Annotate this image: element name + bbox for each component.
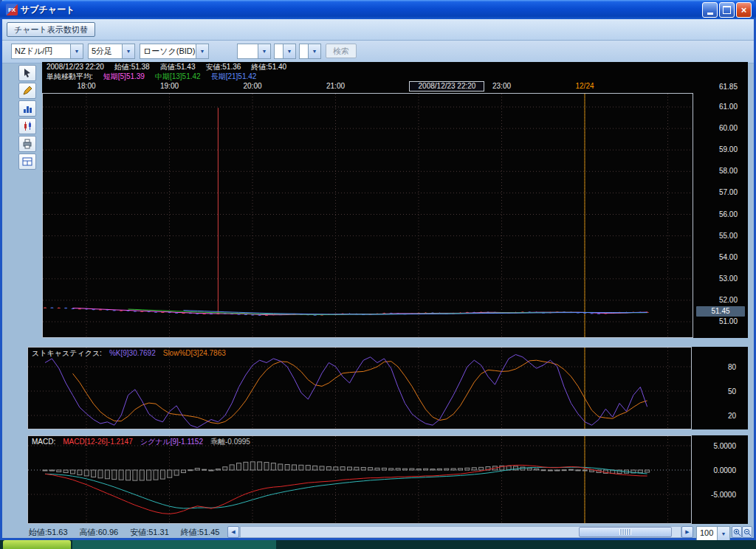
taskbar-tab[interactable] [3, 540, 71, 549]
stoch-d-value: Slow%D[3]24.7863 [163, 348, 226, 358]
layout-tool-button[interactable] [18, 153, 36, 170]
chevron-down-icon[interactable]: ▼ [258, 44, 270, 58]
macd-axis: 5.00000.0000-5.0000 [693, 435, 746, 524]
maximize-icon [723, 6, 731, 14]
main-chart-plot[interactable] [42, 93, 693, 338]
stoch-k-value: %K[9]30.7692 [109, 348, 156, 358]
printer-icon [21, 138, 33, 150]
chevron-down-icon[interactable]: ▼ [196, 44, 208, 58]
pencil-icon [21, 85, 33, 97]
candles-layer [44, 108, 649, 316]
bar-chart-icon [21, 103, 33, 114]
current-time-box: 2008/12/23 22:20 [409, 81, 484, 92]
price-tick-label: 51.00 [695, 317, 738, 326]
stochastics-plot[interactable]: ストキャスティクス: %K[9]30.7692 Slow%D[3]24.7863 [27, 347, 692, 429]
extra-select-2[interactable]: ▼ [274, 44, 296, 59]
minimize-icon [707, 13, 713, 15]
price-tick-label: 54.00 [695, 252, 738, 262]
chevron-down-icon[interactable]: ▼ [283, 44, 295, 58]
timeframe-select[interactable]: 5分足 ▼ [88, 44, 135, 59]
pair-select[interactable]: NZドル/円 ▼ [11, 44, 83, 59]
maximize-button[interactable] [719, 2, 735, 18]
stoch-tick-label: 50 [693, 387, 736, 396]
price-tick-label: 60.00 [695, 123, 738, 133]
extra-select-3[interactable]: ▼ [299, 44, 321, 59]
window-title: サブチャート [21, 4, 75, 16]
candle-high: 高値:51.43 [160, 62, 196, 72]
chevron-down-icon[interactable]: ▼ [122, 44, 134, 58]
background-window-strip [0, 540, 756, 549]
ma-info-row: 単純移動平均: 短期[5]51.39 中期[13]51.42 長期[21]51.… [42, 72, 748, 81]
charttype-select[interactable]: ローソク(BID) ▼ [140, 44, 209, 59]
time-label: 19:00 [151, 81, 188, 91]
macd-plot[interactable]: MACD: MACD[12-26]-1.2147 シグナル[9]-1.1152 … [27, 435, 692, 524]
print-tool-button[interactable] [18, 136, 36, 152]
zoom-in-button[interactable] [732, 526, 742, 538]
screen: FX サブチャート × チャート表示数切替 NZドル/円 ▼ 5分足 ▼ ローソ… [0, 0, 756, 549]
select-tool-button[interactable] [18, 65, 36, 81]
macd-tick-label: 5.0000 [693, 441, 736, 451]
chart-count-toggle-button[interactable]: チャート表示数切替 [7, 22, 95, 37]
chevron-down-icon[interactable]: ▼ [717, 527, 729, 541]
stochastics-panel: ストキャスティクス: %K[9]30.7692 Slow%D[3]24.7863… [27, 347, 748, 429]
macd-signal-value: シグナル[9]-1.1152 [140, 437, 203, 446]
session-info-row: 始値:51.63 高値:60.96 安値:51.31 終値:51.45 [29, 527, 219, 538]
price-tick-label: 59.00 [695, 145, 738, 154]
price-tick-label: 53.00 [695, 274, 738, 283]
macd-canvas [28, 436, 691, 523]
candle-close: 終値:51.40 [251, 62, 286, 72]
time-label: 20:00 [234, 81, 271, 91]
app-icon: FX [6, 4, 18, 15]
ma-mid-value: 中期[13]51.42 [155, 72, 201, 81]
toolbar-settings: NZドル/円 ▼ 5分足 ▼ ローソク(BID) ▼ ▼ ▼ ▼ [2, 41, 754, 63]
stoch-d-line [73, 360, 647, 424]
zoom-out-button[interactable] [742, 526, 752, 538]
main-chart-canvas [43, 94, 693, 337]
macd-tick-label: -5.0000 [693, 490, 736, 500]
chevron-down-icon[interactable]: ▼ [308, 44, 320, 58]
chevron-down-icon[interactable]: ▼ [70, 44, 83, 58]
price-tick-label: 52.00 [695, 295, 738, 305]
price-chart-section: 2008/12/23 22:20 始値:51.38 高値:51.43 安値:51… [42, 62, 748, 338]
panels-icon [21, 156, 33, 168]
ma-long-value: 長期[21]51.42 [211, 72, 257, 81]
stochastics-axis: 805020 [693, 347, 746, 429]
macd-tick-label: 0.0000 [693, 466, 736, 475]
current-price-badge: 51.45 [696, 306, 745, 317]
scroll-right-button[interactable]: ▶ [681, 526, 693, 538]
candle-info-row: 2008/12/23 22:20 始値:51.38 高値:51.43 安値:51… [42, 62, 748, 72]
time-axis: 61.85 18:0019:0020:0021:0023:0012/242008… [42, 81, 748, 93]
zoom-level-select[interactable]: 100 ▼ [696, 526, 730, 542]
scrollbar-thumb[interactable] [579, 527, 672, 537]
session-high: 高値:60.96 [80, 527, 119, 538]
macd-panel: MACD: MACD[12-26]-1.2147 シグナル[9]-1.1152 … [27, 435, 748, 524]
titlebar[interactable]: FX サブチャート × [0, 0, 756, 19]
close-button[interactable]: × [736, 2, 752, 18]
price-tick-label: 56.00 [695, 210, 738, 219]
cursor-icon [21, 67, 33, 79]
candle-open: 始値:51.38 [114, 62, 150, 72]
extra-select-1[interactable]: ▼ [237, 44, 271, 59]
price-tick-label: 61.00 [695, 102, 738, 111]
taskbar-segment [72, 540, 276, 549]
scroll-left-button[interactable]: ◀ [227, 526, 239, 538]
minimize-button[interactable] [702, 2, 718, 18]
draw-tool-button[interactable] [18, 83, 36, 99]
magnifier-plus-icon [733, 528, 741, 536]
bar-chart-tool-button[interactable] [18, 100, 36, 117]
price-tick-label: 58.00 [695, 166, 738, 176]
ma-short-value: 短期[5]51.39 [103, 72, 145, 81]
search-button[interactable]: 検索 [326, 44, 357, 58]
candle-datetime: 2008/12/23 22:20 [47, 62, 104, 72]
price-tick-label: 57.00 [695, 187, 738, 197]
macd-label-row: MACD: MACD[12-26]-1.2147 シグナル[9]-1.1152 … [32, 437, 250, 446]
stoch-tick-label: 20 [693, 411, 736, 421]
macd-histogram [43, 462, 650, 480]
chart-scrollbar[interactable] [240, 526, 681, 538]
session-open: 始値:51.63 [29, 527, 68, 538]
scale-max-label: 61.85 [695, 82, 738, 92]
candle-tool-button[interactable] [18, 118, 36, 134]
toolbar-top: チャート表示数切替 [2, 19, 754, 41]
time-label: 23:00 [484, 81, 520, 91]
session-low: 安値:51.31 [130, 527, 169, 538]
